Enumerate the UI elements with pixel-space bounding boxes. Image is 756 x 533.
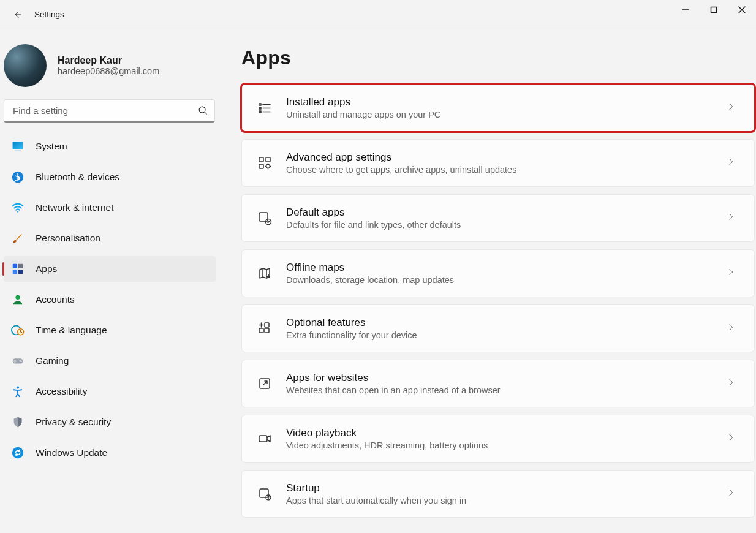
monitor-icon [11, 140, 25, 153]
svg-rect-30 [266, 157, 270, 162]
svg-rect-14 [18, 270, 23, 274]
chevron-right-icon [726, 433, 736, 445]
sidebar-item-gaming[interactable]: Gaming [4, 348, 216, 374]
wifi-icon [11, 201, 25, 214]
card-subtitle: Defaults for file and link types, other … [286, 220, 726, 230]
card-startup[interactable]: Startup Apps that start automatically wh… [241, 470, 755, 518]
svg-rect-23 [259, 104, 261, 105]
profile-block[interactable]: Hardeep Kaur hardeep0688@gmail.com [4, 39, 218, 97]
card-advanced-app-settings[interactable]: Advanced app settings Choose where to ge… [241, 139, 755, 187]
sidebar-item-label: Personalisation [36, 233, 100, 244]
card-video-playback[interactable]: Video playback Video adjustments, HDR st… [241, 415, 755, 463]
svg-point-15 [15, 295, 20, 300]
card-subtitle: Video adjustments, HDR streaming, batter… [286, 440, 726, 450]
card-apps-for-websites[interactable]: Apps for websites Websites that can open… [241, 360, 755, 407]
shield-icon [11, 415, 25, 429]
sidebar-item-label: Accounts [36, 294, 75, 305]
sidebar-item-privacy[interactable]: Privacy & security [4, 409, 216, 435]
search-input[interactable] [13, 105, 198, 116]
sidebar-item-update[interactable]: Windows Update [4, 440, 216, 466]
sidebar-item-accessibility[interactable]: Accessibility [4, 379, 216, 404]
app-check-icon [257, 210, 273, 226]
search-icon [198, 105, 208, 116]
svg-rect-35 [259, 328, 263, 333]
svg-rect-39 [259, 436, 267, 442]
app-arrow-icon [257, 486, 273, 502]
clock-globe-icon [11, 323, 25, 337]
back-button[interactable] [7, 5, 27, 25]
card-installed-apps[interactable]: Installed apps Uninstall and manage apps… [241, 84, 755, 132]
sidebar-item-personalisation[interactable]: Personalisation [4, 225, 216, 251]
sidebar-item-label: Privacy & security [36, 417, 111, 428]
minimize-button[interactable] [671, 0, 700, 20]
card-subtitle: Extra functionality for your device [286, 330, 726, 340]
card-title: Installed apps [286, 96, 726, 108]
sidebar-item-network[interactable]: Network & internet [4, 195, 216, 221]
sidebar-item-apps[interactable]: Apps [4, 256, 216, 282]
svg-rect-40 [260, 489, 268, 497]
profile-email: hardeep0688@gmail.com [58, 66, 159, 76]
content-area: Apps Installed apps Uninstall and manage… [218, 29, 756, 533]
svg-rect-1 [711, 7, 717, 13]
card-subtitle: Choose where to get apps, archive apps, … [286, 165, 726, 175]
chevron-right-icon [726, 212, 736, 224]
list-icon [257, 100, 273, 116]
card-subtitle: Apps that start automatically when you s… [286, 496, 726, 505]
sidebar-item-system[interactable]: System [4, 134, 216, 159]
chevron-right-icon [726, 157, 736, 169]
svg-rect-31 [259, 164, 263, 168]
card-title: Offline maps [286, 262, 726, 274]
svg-point-22 [12, 447, 23, 458]
app-cog-icon [257, 155, 273, 171]
card-title: Advanced app settings [286, 151, 726, 164]
card-subtitle: Websites that can open in an app instead… [286, 385, 726, 395]
close-button[interactable] [728, 0, 756, 20]
search-box[interactable] [4, 99, 215, 123]
svg-rect-13 [13, 270, 17, 274]
apps-grid-icon [11, 262, 25, 276]
titlebar: Settings [0, 0, 756, 29]
sidebar-item-label: System [36, 141, 67, 152]
sidebar-item-time[interactable]: Time & language [4, 317, 216, 343]
chevron-right-icon [726, 102, 736, 114]
svg-rect-37 [265, 323, 269, 327]
card-title: Apps for websites [286, 372, 726, 384]
svg-rect-36 [265, 328, 269, 333]
card-title: Optional features [286, 317, 726, 329]
maximize-icon [710, 6, 717, 13]
chevron-right-icon [726, 322, 736, 335]
nav-list: System Bluetooth & devices Network & int… [4, 134, 218, 466]
svg-rect-7 [13, 142, 23, 149]
sidebar-item-label: Apps [36, 263, 57, 274]
brush-icon [11, 232, 25, 245]
sidebar-item-accounts[interactable]: Accounts [4, 287, 216, 312]
svg-point-19 [20, 360, 21, 361]
card-optional-features[interactable]: Optional features Extra functionality fo… [241, 304, 755, 352]
maximize-button[interactable] [700, 0, 728, 20]
sidebar-item-label: Windows Update [36, 447, 107, 458]
chevron-right-icon [726, 267, 736, 279]
svg-point-10 [17, 211, 18, 212]
svg-rect-25 [259, 111, 261, 113]
sidebar-item-label: Network & internet [36, 202, 114, 213]
card-offline-maps[interactable]: Offline maps Downloads, storage location… [241, 249, 755, 297]
card-subtitle: Downloads, storage location, map updates [286, 275, 726, 285]
grid-plus-icon [257, 320, 273, 336]
chevron-right-icon [726, 488, 736, 500]
accessibility-icon [11, 385, 25, 398]
window-controls [671, 0, 756, 20]
svg-line-5 [205, 112, 207, 115]
arrow-left-icon [12, 10, 22, 20]
close-icon [738, 6, 746, 13]
page-title: Apps [241, 47, 756, 69]
svg-rect-11 [13, 264, 17, 268]
cards-list: Installed apps Uninstall and manage apps… [241, 84, 756, 518]
svg-rect-24 [259, 107, 261, 109]
card-default-apps[interactable]: Default apps Defaults for file and link … [241, 194, 755, 242]
bluetooth-icon [11, 170, 25, 184]
svg-rect-29 [259, 157, 263, 162]
svg-point-32 [266, 165, 270, 168]
window-title: Settings [34, 10, 64, 19]
sidebar-item-bluetooth[interactable]: Bluetooth & devices [4, 164, 216, 190]
sidebar-item-label: Time & language [36, 325, 107, 336]
